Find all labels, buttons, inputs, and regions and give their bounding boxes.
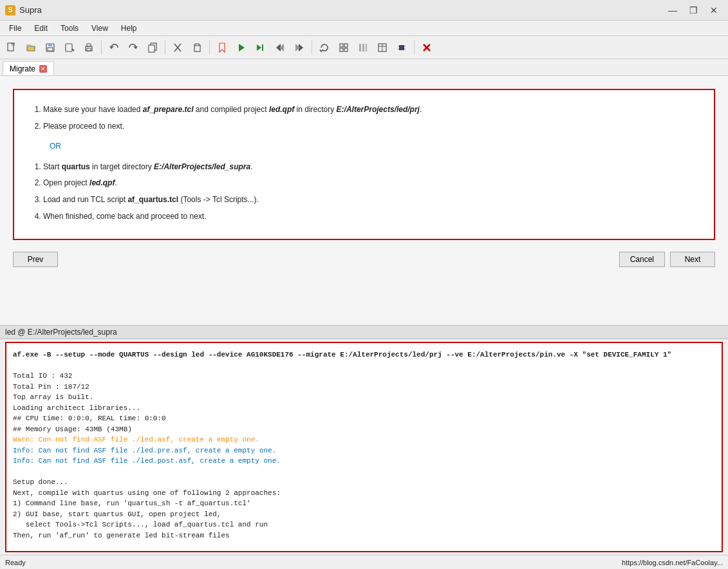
forward-nav-button[interactable]	[290, 39, 308, 57]
svg-marker-15	[219, 43, 225, 52]
svg-rect-3	[48, 48, 53, 51]
run-button[interactable]	[232, 39, 250, 57]
menu-view[interactable]: View	[85, 21, 115, 35]
console-info1: Info: Can not find ASF file ./led.pre.as…	[13, 445, 715, 456]
svg-rect-27	[359, 44, 361, 51]
wizard-buttons: Prev Cancel Next	[13, 247, 715, 272]
restore-button[interactable]: ❐	[684, 3, 702, 17]
svg-rect-24	[344, 44, 348, 47]
console-loading: Loading architect libraries...	[13, 403, 715, 414]
save-button[interactable]	[41, 39, 59, 57]
menu-help[interactable]: Help	[115, 21, 144, 35]
console-info2: Info: Can not find ASF file ./led.post.a…	[13, 456, 715, 467]
cancel-button[interactable]: Cancel	[619, 252, 665, 267]
next-button[interactable]: Next	[670, 252, 715, 267]
wizard-area: Make sure your have loaded af_prepare.tc…	[0, 76, 728, 325]
instruction-4: Open project led.qpf.	[43, 176, 698, 191]
window-controls: — ❐ ✕	[664, 3, 723, 17]
open-folder-button[interactable]	[22, 39, 40, 57]
status-ready: Ready	[5, 559, 26, 566]
console-mem: ## Memory Usage: 43MB (43MB)	[13, 424, 715, 435]
print-button[interactable]	[80, 39, 98, 57]
instruction-5: Load and run TCL script af_quartus.tcl (…	[43, 193, 698, 207]
stop-button[interactable]	[418, 39, 436, 57]
copy2-button[interactable]	[144, 39, 162, 57]
toolbar-separator-4	[312, 41, 312, 55]
toolbar	[0, 36, 728, 59]
save-as-button[interactable]	[61, 39, 79, 57]
table-button[interactable]	[373, 39, 391, 57]
back-nav-button[interactable]	[271, 39, 289, 57]
tab-migrate[interactable]: Migrate ✕	[3, 61, 54, 75]
paste-button[interactable]	[188, 39, 206, 57]
toolbar-separator-3	[209, 41, 210, 55]
console-cpu: ## CPU time: 0:0:0, REAL time: 0:0:0	[13, 413, 715, 424]
bookmark-button[interactable]	[213, 39, 231, 57]
instruction-box: Make sure your have loaded af_prepare.tc…	[13, 89, 715, 240]
title-bar: S Supra — ❐ ✕	[0, 0, 728, 21]
console-cmd: af.exe -B --setup --mode QUARTUS --desig…	[13, 350, 715, 360]
console-warn1: Warn: Can not find ASF file ./led.asf, c…	[13, 434, 715, 445]
svg-rect-4	[66, 44, 72, 51]
console-next: Next, compile with quartus using one of …	[13, 488, 715, 499]
prev-button[interactable]: Prev	[13, 252, 58, 267]
svg-marker-17	[257, 44, 261, 51]
grid-button[interactable]	[335, 39, 353, 57]
path-text: led @ E:/AlterProjects/led_supra	[5, 328, 117, 337]
or-text: OR	[50, 140, 698, 154]
instruction-6: When finished, come back and proceed to …	[43, 210, 698, 224]
status-url: https://blog.csdn.net/FaCoolay...	[622, 559, 723, 566]
console-output[interactable]: af.exe -B --setup --mode QUARTUS --desig…	[5, 342, 723, 552]
status-bar: Ready https://blog.csdn.net/FaCoolay...	[0, 555, 728, 569]
tab-migrate-label: Migrate	[10, 64, 35, 73]
chip-button[interactable]	[393, 39, 411, 57]
console-approach1: 1) Command line base, run 'quartus_sh -t…	[13, 498, 715, 509]
wizard-right-buttons: Cancel Next	[619, 252, 715, 267]
console-io: Total IO : 432	[13, 371, 715, 382]
toolbar-separator-1	[101, 41, 102, 55]
instruction-2: Please proceed to next.	[43, 120, 698, 134]
console-setup-done: Setup done...	[13, 477, 715, 488]
console-array: Top array is built.	[13, 392, 715, 403]
cut-button[interactable]	[169, 39, 187, 57]
svg-rect-28	[362, 44, 364, 51]
refresh-button[interactable]	[315, 39, 333, 57]
lower-section: led @ E:/AlterProjects/led_supra af.exe …	[0, 325, 728, 555]
step-button[interactable]	[252, 39, 270, 57]
svg-rect-14	[195, 44, 199, 46]
minimize-button[interactable]: —	[664, 3, 682, 17]
toolbar-separator-2	[165, 41, 165, 55]
toolbar-separator-5	[414, 41, 415, 55]
console-pin: Total Pin : 187/12	[13, 382, 715, 393]
app-icon: S	[5, 5, 15, 15]
console-approach2b: select Tools->Tcl Scripts..., load af_qu…	[13, 519, 715, 530]
redo-button[interactable]	[124, 39, 142, 57]
svg-rect-29	[366, 44, 367, 51]
svg-rect-10	[149, 45, 154, 52]
new-button[interactable]	[3, 39, 21, 57]
svg-rect-33	[399, 45, 404, 50]
app-title: Supra	[19, 5, 664, 15]
console-approach2: 2) GUI base, start quartus GUI, open pro…	[13, 509, 715, 520]
instruction-1: Make sure your have loaded af_prepare.tc…	[43, 103, 698, 117]
columns-button[interactable]	[354, 39, 372, 57]
menu-tools[interactable]: Tools	[54, 21, 85, 35]
console-summary: Total 0 fatals, 0 errors, 1 warnings, 2 …	[13, 552, 715, 553]
path-bar: led @ E:/AlterProjects/led_supra	[0, 325, 728, 339]
menu-edit[interactable]: Edit	[28, 21, 54, 35]
undo-button[interactable]	[105, 39, 123, 57]
svg-rect-25	[340, 48, 343, 51]
svg-rect-23	[340, 44, 343, 47]
tab-migrate-close[interactable]: ✕	[39, 65, 47, 73]
menu-bar: File Edit Tools View Help	[0, 21, 728, 36]
menu-file[interactable]: File	[3, 21, 28, 35]
instruction-3: Start quartus in target directory E:/Alt…	[43, 160, 698, 174]
tab-bar: Migrate ✕	[0, 59, 728, 76]
svg-rect-2	[48, 44, 52, 46]
console-run: Then, run 'af_run' to generate led bit-s…	[13, 530, 715, 541]
svg-marker-16	[239, 44, 245, 51]
close-button[interactable]: ✕	[705, 3, 723, 17]
svg-rect-26	[344, 48, 348, 51]
